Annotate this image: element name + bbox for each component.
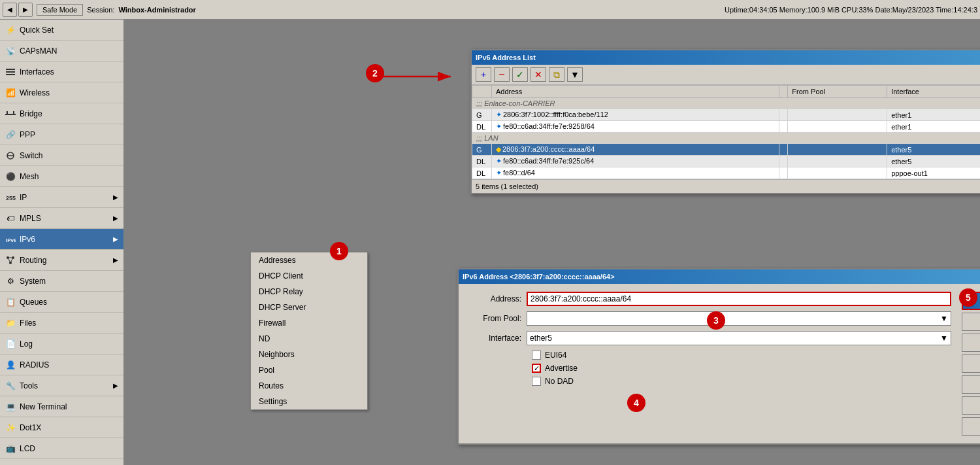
- from-pool-select[interactable]: ▼: [527, 311, 951, 326]
- table-row[interactable]: DL ✦fe80::c6ad:34ff:fe7e:925c/64 ether5 …: [472, 156, 981, 167]
- sidebar-item-tools[interactable]: 🔧 Tools ▶: [0, 375, 123, 396]
- sidebar-item-mpls[interactable]: 🏷 MPLS ▶: [0, 208, 123, 229]
- interface-select[interactable]: ether5 ▼: [527, 331, 951, 345]
- menu-item-firewall[interactable]: Firewall: [251, 315, 367, 331]
- menu-item-neighbors[interactable]: Neighbors: [251, 347, 367, 362]
- table-status: 5 items (1 selected): [472, 179, 980, 193]
- sidebar-item-ipv6[interactable]: IPv6 IPv6 ▶: [0, 229, 123, 250]
- sidebar-item-files[interactable]: 📁 Files: [0, 313, 123, 334]
- menu-item-settings[interactable]: Settings: [251, 394, 367, 409]
- disable-button[interactable]: Disable: [962, 354, 980, 373]
- row-interface: ether1: [887, 109, 980, 121]
- eui64-checkbox[interactable]: [532, 351, 541, 360]
- eui64-row: EUI64: [532, 351, 951, 360]
- dot1x-icon: ✨: [5, 422, 16, 433]
- row-pool: [788, 156, 887, 167]
- disable-button[interactable]: ✕: [531, 67, 546, 82]
- apply-button[interactable]: Apply: [962, 334, 980, 352]
- mesh-icon: ⚫: [5, 171, 16, 182]
- col-flags: [472, 86, 492, 98]
- sidebar-item-quick-set[interactable]: ⚡ Quick Set: [0, 20, 123, 41]
- sidebar-label: RADIUS: [20, 360, 118, 370]
- forward-button[interactable]: ▶: [18, 3, 33, 17]
- enable-button[interactable]: ✓: [512, 67, 528, 82]
- sidebar-label: PPP: [20, 130, 118, 139]
- sidebar-item-log[interactable]: 📄 Log: [0, 334, 123, 354]
- menu-item-addresses[interactable]: Addresses: [251, 252, 367, 268]
- table-row-selected[interactable]: G ◆2806:3f7:a200:cccc::aaaa/64 ether5 ye…: [472, 144, 981, 156]
- sidebar-item-bridge[interactable]: Bridge: [0, 103, 123, 124]
- sidebar-item-interfaces[interactable]: Interfaces: [0, 61, 123, 82]
- col-address[interactable]: Address: [492, 86, 779, 98]
- add-button[interactable]: +: [476, 67, 491, 82]
- row-sep: [779, 167, 788, 179]
- back-button[interactable]: ◀: [3, 3, 17, 17]
- interface-dropdown-arrow: ▼: [940, 334, 948, 343]
- menu-item-nd[interactable]: ND: [251, 331, 367, 347]
- interface-value: ether5: [530, 334, 552, 343]
- table-row[interactable]: DL ✦fe80::d/64 pppoe-out1 no: [472, 167, 981, 179]
- sidebar-item-ip[interactable]: 255 IP ▶: [0, 187, 123, 208]
- sidebar-item-system[interactable]: ⚙ System: [0, 271, 123, 292]
- sidebar: ⚡ Quick Set 📡 CAPsMAN Interfaces 📶 Wirel…: [0, 20, 124, 465]
- sidebar-label: System: [20, 277, 118, 286]
- remove-button[interactable]: Remove: [962, 417, 980, 436]
- table-row[interactable]: G ✦2806:3f7:1002::ffff:f0ca:bebe/112 eth…: [472, 109, 981, 121]
- sidebar-item-dot1x[interactable]: ✨ Dot1X: [0, 417, 123, 438]
- advertise-checkbox[interactable]: ✓: [532, 364, 541, 373]
- row-flag: G: [472, 109, 492, 121]
- col-interface[interactable]: Interface: [887, 86, 980, 98]
- copy-toolbar-button[interactable]: ⧉: [549, 67, 564, 82]
- menu-item-dhcp-client[interactable]: DHCP Client: [251, 268, 367, 284]
- svg-line-14: [8, 258, 10, 263]
- safe-mode-button[interactable]: Safe Mode: [37, 4, 83, 16]
- sidebar-item-radius[interactable]: 👤 RADIUS: [0, 354, 123, 375]
- sidebar-item-capsman[interactable]: 📡 CAPsMAN: [0, 41, 123, 61]
- comment-button[interactable]: Comment: [962, 375, 980, 394]
- sidebar-item-queues[interactable]: 📋 Queues: [0, 292, 123, 313]
- row-interface: ether5: [887, 156, 980, 167]
- sidebar-label: LCD: [20, 444, 118, 453]
- lcd-icon: 📺: [5, 443, 16, 454]
- sidebar-item-switch[interactable]: Switch: [0, 145, 123, 166]
- ipv6-list-titlebar[interactable]: IPv6 Address List □ ✕: [472, 50, 980, 65]
- row-pool: [788, 167, 887, 179]
- col-from-pool[interactable]: From Pool: [788, 86, 887, 98]
- arrow-to-add: [382, 67, 461, 88]
- sidebar-item-ppp[interactable]: 🔗 PPP: [0, 124, 123, 145]
- sidebar-item-lcd[interactable]: 📺 LCD: [0, 438, 123, 459]
- sidebar-label: Files: [20, 319, 118, 328]
- session-label: Session:: [87, 6, 114, 14]
- interface-label: Interface:: [469, 334, 521, 343]
- menu-item-dhcp-relay[interactable]: DHCP Relay: [251, 284, 367, 300]
- remove-button[interactable]: −: [494, 67, 510, 82]
- sidebar-label: Wireless: [20, 88, 118, 97]
- address-field[interactable]: [527, 292, 951, 306]
- menu-item-dhcp-server[interactable]: DHCP Server: [251, 300, 367, 315]
- ipv6-form-titlebar[interactable]: IPv6 Address <2806:3f7:a200:cccc::aaaa/6…: [459, 269, 980, 284]
- table-row[interactable]: DL ✦fe80::c6ad:34ff:fe7e:9258/64 ether1 …: [472, 121, 981, 133]
- no-dad-row: No DAD: [532, 377, 951, 386]
- copy-button[interactable]: Copy: [962, 396, 980, 415]
- system-icon: ⚙: [5, 276, 16, 286]
- cancel-button[interactable]: Cancel: [962, 313, 980, 331]
- filter-button[interactable]: ▼: [567, 67, 583, 82]
- mpls-arrow: ▶: [113, 215, 118, 222]
- sidebar-item-new-terminal[interactable]: 💻 New Terminal: [0, 396, 123, 417]
- col-sep1: [779, 86, 788, 98]
- sidebar-item-mesh[interactable]: ⚫ Mesh: [0, 166, 123, 187]
- sidebar-label: Queues: [20, 298, 118, 307]
- sidebar-item-wireless[interactable]: 📶 Wireless: [0, 82, 123, 103]
- sidebar-item-routing[interactable]: Routing ▶: [0, 250, 123, 271]
- row-address: ✦2806:3f7:1002::ffff:f0ca:bebe/112: [492, 109, 779, 121]
- sidebar-label: Tools: [20, 381, 109, 390]
- menu-item-pool[interactable]: Pool: [251, 362, 367, 378]
- sidebar-label: Log: [20, 339, 118, 349]
- wireless-icon: 📶: [5, 88, 16, 98]
- from-pool-dropdown-arrow: ▼: [940, 314, 948, 323]
- content-area: IPv6 Address List □ ✕ + − ✓ ✕ ⧉ ▼ ▼: [124, 20, 980, 465]
- no-dad-checkbox[interactable]: [532, 377, 541, 386]
- list-toolbar: + − ✓ ✕ ⧉ ▼ ▼: [472, 65, 980, 85]
- menu-item-routes[interactable]: Routes: [251, 378, 367, 394]
- svg-text:IPv6: IPv6: [6, 237, 16, 243]
